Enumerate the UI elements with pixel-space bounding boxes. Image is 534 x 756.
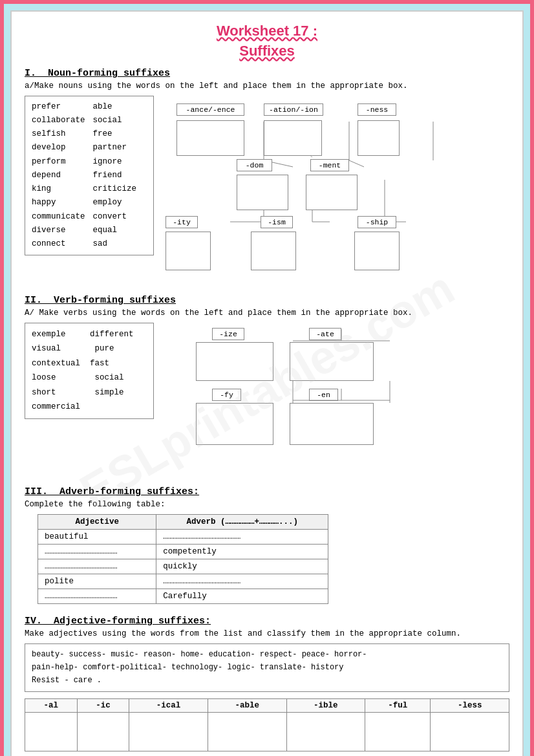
section-noun-suffixes: I. Noun-forming suffixes a/Make nouns us… bbox=[25, 68, 509, 283]
section-adjective-suffixes: IV. Adjective-forming suffixes: Make adj… bbox=[25, 616, 509, 751]
cell-ible bbox=[286, 712, 365, 751]
suffix-en: -en bbox=[309, 389, 338, 401]
cell-ic bbox=[77, 712, 129, 751]
box-ize bbox=[196, 342, 273, 381]
section1-word-list: prefercollaborateselfishdevelopperformde… bbox=[25, 96, 154, 256]
suffix-ship: -ship bbox=[358, 216, 396, 228]
section2-instruction: A/ Make verbs using the words on the lef… bbox=[25, 308, 509, 318]
section4-instruction: Make adjectives using the words from the… bbox=[25, 629, 509, 638]
section2-suffix-diagram: -ize -ate -fy -en bbox=[160, 323, 509, 475]
box-ance-ence bbox=[176, 120, 244, 156]
col-ic: -ic bbox=[77, 698, 129, 712]
section3-title: III. Adverb-forming suffixes: bbox=[25, 486, 509, 497]
suffix-ate: -ate bbox=[309, 328, 341, 340]
adv-carefully: Carefully bbox=[156, 589, 328, 603]
box-en bbox=[290, 403, 374, 445]
box-ment bbox=[306, 175, 358, 210]
suffix-dom: -dom bbox=[237, 159, 272, 171]
section1-suffix-diagram: -ance/-ence -ation/-ion -ness -dom -ment… bbox=[160, 96, 509, 283]
box-ism bbox=[251, 232, 296, 270]
suffix-ity: -ity bbox=[166, 216, 198, 228]
adjective-suffix-row bbox=[25, 712, 509, 751]
cell-less bbox=[431, 712, 509, 751]
section-verb-suffixes: II. Verb-forming suffixes A/ Make verbs … bbox=[25, 295, 509, 475]
section1-title: I. Noun-forming suffixes bbox=[25, 68, 509, 79]
section1-instruction: a/Make nouns using the words on the left… bbox=[25, 81, 509, 91]
suffix-ize: -ize bbox=[212, 328, 244, 340]
box-dom bbox=[237, 175, 288, 210]
box-ate bbox=[290, 342, 374, 381]
adverb-row-2: ……………………………………… competently bbox=[38, 544, 328, 559]
page-title: Worksheet 17 : Suffixes bbox=[25, 21, 509, 61]
suffix-ism: -ism bbox=[261, 216, 293, 228]
suffix-ness: -ness bbox=[358, 103, 396, 116]
box-ship bbox=[354, 232, 400, 270]
suffix-fy: -fy bbox=[212, 389, 241, 401]
suffix-ance-ence: -ance/-ence bbox=[176, 103, 244, 116]
cell-al bbox=[25, 712, 78, 751]
adv-1: ………………………………………… bbox=[156, 529, 328, 544]
adverb-table: Adjective Adverb (………………+…………...) beauti… bbox=[37, 514, 328, 604]
col-ful: -ful bbox=[365, 698, 431, 712]
adj-3: ……………………………………… bbox=[38, 559, 156, 574]
section-adverb-suffixes: III. Adverb-forming suffixes: Complete t… bbox=[25, 486, 509, 604]
adj-beautiful: beautiful bbox=[38, 529, 156, 544]
section3-instruction: Complete the following table: bbox=[25, 500, 509, 509]
cell-ical bbox=[129, 712, 208, 751]
adj-2: ……………………………………… bbox=[38, 544, 156, 559]
box-ation-ion bbox=[264, 120, 322, 156]
adverb-row-5: ……………………………………… Carefully bbox=[38, 589, 328, 603]
suffix-ment: -ment bbox=[310, 159, 349, 171]
cell-ful bbox=[365, 712, 431, 751]
col-ible: -ible bbox=[286, 698, 365, 712]
adj-polite: polite bbox=[38, 574, 156, 589]
col-ical: -ical bbox=[129, 698, 208, 712]
adverb-row-4: polite ………………………………………… bbox=[38, 574, 328, 589]
adverb-col2-header: Adverb (………………+…………...) bbox=[156, 514, 328, 529]
suffix-ation-ion: -ation/-ion bbox=[264, 103, 323, 116]
svg-line-3 bbox=[349, 160, 364, 167]
section4-word-list: beauty- success- music- reason- home- ed… bbox=[25, 643, 509, 692]
box-ity bbox=[166, 232, 211, 270]
section2-word-list: exemple different visual pure contextual… bbox=[25, 323, 154, 419]
adv-quickly: quickly bbox=[156, 559, 328, 574]
section4-title: IV. Adjective-forming suffixes: bbox=[25, 616, 509, 627]
section2-title: II. Verb-forming suffixes bbox=[25, 295, 509, 306]
box-fy bbox=[196, 403, 273, 445]
adv-competently: competently bbox=[156, 544, 328, 559]
adverb-row-1: beautiful ………………………………………… bbox=[38, 529, 328, 544]
adv-4: ………………………………………… bbox=[156, 574, 328, 589]
adverb-row-3: ……………………………………… quickly bbox=[38, 559, 328, 574]
col-able: -able bbox=[208, 698, 286, 712]
cell-able bbox=[208, 712, 286, 751]
adj-5: ……………………………………… bbox=[38, 589, 156, 603]
box-ness bbox=[358, 120, 400, 156]
adjective-suffix-table: -al -ic -ical -able -ible -ful -less bbox=[25, 698, 509, 751]
adverb-col1-header: Adjective bbox=[38, 514, 156, 529]
col-less: -less bbox=[431, 698, 509, 712]
col-al: -al bbox=[25, 698, 78, 712]
